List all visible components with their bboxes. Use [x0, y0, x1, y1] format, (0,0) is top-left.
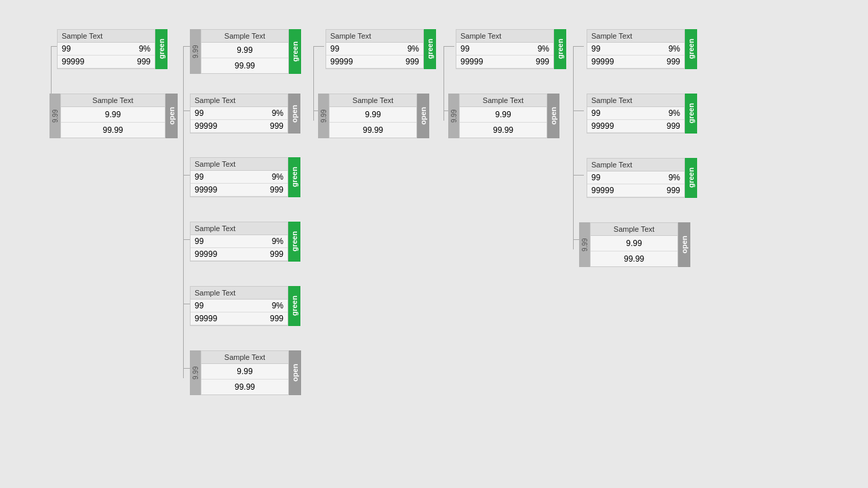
val-right: 9%	[408, 44, 419, 54]
card-row2: 99999 999	[191, 248, 288, 261]
card-row1: 99 9%	[191, 107, 288, 120]
card-title: Sample Text	[191, 158, 288, 171]
card-row1: 99 9%	[191, 171, 288, 184]
card-c13: Sample Text 99 9% 99999 999 green	[587, 29, 697, 69]
card-left-bar: 9.99	[579, 222, 590, 267]
val-left: 99	[195, 108, 203, 118]
card-title: Sample Text	[591, 223, 677, 236]
val-right2: 999	[406, 57, 419, 66]
card-side-green: green	[685, 158, 697, 198]
val-left: 99	[591, 44, 600, 54]
val-left2: 99999	[330, 57, 353, 66]
card-left-bar: 9.99	[190, 29, 201, 74]
card-val2: 99.99	[591, 251, 677, 266]
card-c2: 9.99 Sample Text 9.99 99.99 open	[50, 94, 178, 138]
val-left: 99	[591, 173, 600, 182]
card-val2: 99.99	[201, 380, 288, 394]
card-c14: Sample Text 99 9% 99999 999 green	[587, 94, 697, 134]
val-right2: 999	[270, 249, 283, 259]
card-val1: 9.99	[591, 236, 677, 251]
card-body: Sample Text 99 9% 99999 999	[587, 29, 685, 69]
val-right2: 999	[667, 121, 680, 131]
card-row2: 99999 999	[587, 56, 684, 68]
card-left-bar: 9.99	[448, 94, 459, 138]
card-row2: 99999 999	[191, 312, 288, 325]
canvas: Sample Text 99 9% 99999 999 green 9.99 S…	[0, 0, 868, 488]
val-left: 99	[195, 301, 203, 310]
card-row1: 99 9%	[58, 43, 155, 56]
val-right2: 999	[667, 57, 680, 66]
card-body: Sample Text 99 9% 99999 999	[326, 29, 424, 69]
val-right2: 999	[667, 186, 680, 195]
card-title: Sample Text	[326, 30, 423, 43]
card-val2: 99.99	[460, 123, 547, 138]
val-left2: 99999	[591, 186, 614, 195]
card-title: Sample Text	[201, 30, 288, 43]
card-val1: 9.99	[201, 364, 288, 380]
card-row1: 99 9%	[587, 107, 684, 120]
card-c4: Sample Text 99 9% 99999 999 open	[190, 94, 300, 134]
card-side-open: open	[417, 94, 429, 138]
card-c7: Sample Text 99 9% 99999 999 green	[190, 286, 300, 326]
card-side-green: green	[685, 94, 697, 134]
card-side-green: green	[424, 29, 436, 69]
card-c16: 9.99 Sample Text 9.99 99.99 open	[579, 222, 690, 267]
card-body: Sample Text 99 9% 99999 999	[190, 222, 288, 262]
card-title: Sample Text	[61, 94, 165, 107]
card-side-green: green	[288, 222, 300, 262]
val-right: 9%	[669, 173, 680, 182]
card-c12: 9.99 Sample Text 9.99 99.99 open	[448, 94, 559, 138]
card-body: Sample Text 9.99 99.99	[201, 29, 289, 74]
card-row2: 99999 999	[587, 120, 684, 133]
card-title: Sample Text	[460, 94, 547, 107]
val-left2: 99999	[195, 121, 217, 131]
card-title: Sample Text	[330, 94, 416, 107]
card-row2: 99999 999	[587, 184, 684, 197]
card-val1: 9.99	[61, 107, 165, 123]
card-val2: 99.99	[330, 123, 416, 138]
card-body: Sample Text 9.99 99.99	[201, 350, 289, 395]
val-right: 9%	[139, 44, 151, 54]
card-row1: 99 9%	[191, 300, 288, 312]
card-body: Sample Text 99 9% 99999 999	[587, 94, 685, 134]
val-left: 99	[195, 237, 203, 246]
val-left: 99	[62, 44, 71, 54]
val-right2: 999	[137, 57, 151, 66]
val-right: 9%	[669, 44, 680, 54]
card-title: Sample Text	[191, 222, 288, 235]
val-right2: 999	[270, 121, 283, 131]
card-row1: 99 9%	[326, 43, 423, 56]
card-body: Sample Text 99 9% 99999 999	[190, 157, 288, 197]
card-left-bar: 9.99	[190, 350, 201, 395]
card-val1: 9.99	[201, 43, 288, 58]
card-title: Sample Text	[201, 351, 288, 364]
val-right2: 999	[270, 314, 283, 323]
card-title: Sample Text	[587, 30, 684, 43]
card-row2: 99999 999	[191, 120, 288, 133]
card-row1: 99 9%	[587, 171, 684, 184]
card-row1: 99 9%	[587, 43, 684, 56]
val-right2: 999	[536, 57, 549, 66]
val-right: 9%	[669, 108, 680, 118]
val-right: 9%	[272, 301, 283, 310]
card-side-green: green	[155, 29, 167, 69]
card-c3: 9.99 Sample Text 9.99 99.99 green	[190, 29, 301, 74]
val-right: 9%	[272, 172, 283, 182]
card-c10: 9.99 Sample Text 9.99 99.99 open	[318, 94, 429, 138]
card-side-green: green	[289, 29, 301, 74]
card-row1: 99 9%	[456, 43, 553, 56]
val-left2: 99999	[460, 57, 483, 66]
card-row2: 99999 999	[326, 56, 423, 68]
card-body: Sample Text 99 9% 99999 999	[456, 29, 554, 69]
card-row1: 99 9%	[191, 235, 288, 248]
card-val2: 99.99	[201, 58, 288, 73]
card-title: Sample Text	[191, 94, 288, 107]
card-title: Sample Text	[587, 159, 684, 171]
val-left2: 99999	[195, 185, 217, 195]
card-title: Sample Text	[456, 30, 553, 43]
card-title: Sample Text	[191, 287, 288, 300]
card-title: Sample Text	[587, 94, 684, 107]
val-left: 99	[330, 44, 339, 54]
card-val1: 9.99	[460, 107, 547, 123]
card-row2: 99999 999	[58, 56, 155, 68]
